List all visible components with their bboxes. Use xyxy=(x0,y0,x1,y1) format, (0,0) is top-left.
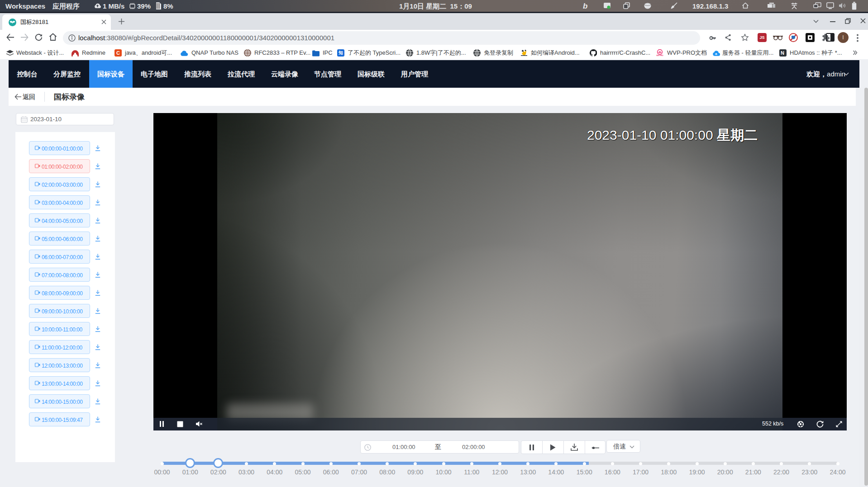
svg-text:WVP-PRO: WVP-PRO xyxy=(656,55,663,57)
